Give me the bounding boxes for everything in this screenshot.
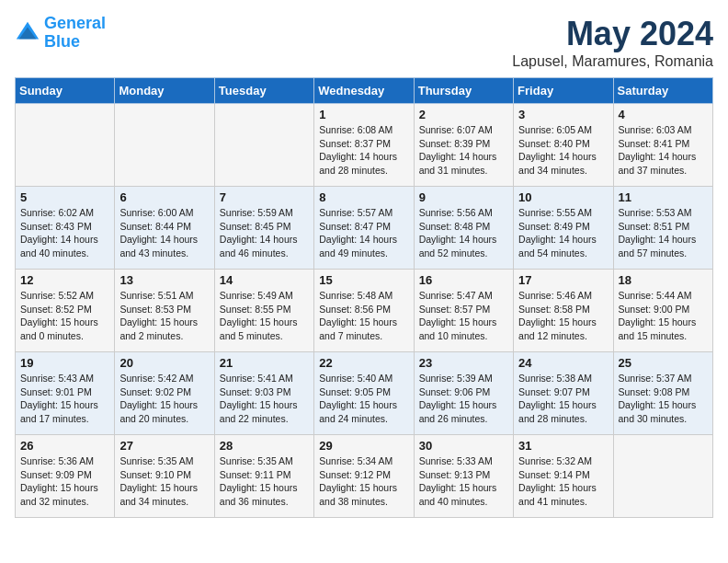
week-row-2: 5Sunrise: 6:02 AM Sunset: 8:43 PM Daylig… xyxy=(16,187,713,270)
calendar-cell: 4Sunrise: 6:03 AM Sunset: 8:41 PM Daylig… xyxy=(613,104,712,187)
day-info: Sunrise: 5:59 AM Sunset: 8:45 PM Dayligh… xyxy=(220,206,309,260)
logo-blue: Blue xyxy=(44,32,80,51)
calendar-cell: 21Sunrise: 5:41 AM Sunset: 9:03 PM Dayli… xyxy=(214,352,313,435)
day-info: Sunrise: 5:46 AM Sunset: 8:58 PM Dayligh… xyxy=(518,289,608,343)
day-info: Sunrise: 6:02 AM Sunset: 8:43 PM Dayligh… xyxy=(20,206,109,260)
week-row-4: 19Sunrise: 5:43 AM Sunset: 9:01 PM Dayli… xyxy=(16,352,713,435)
day-info: Sunrise: 6:07 AM Sunset: 8:39 PM Dayligh… xyxy=(419,123,508,178)
day-header-friday: Friday xyxy=(514,78,613,104)
day-number: 3 xyxy=(518,108,608,121)
day-info: Sunrise: 5:43 AM Sunset: 9:01 PM Dayligh… xyxy=(20,372,109,426)
day-info: Sunrise: 5:51 AM Sunset: 8:53 PM Dayligh… xyxy=(119,289,209,343)
day-number: 9 xyxy=(419,190,508,204)
day-info: Sunrise: 6:08 AM Sunset: 8:37 PM Dayligh… xyxy=(319,123,408,178)
day-number: 15 xyxy=(319,273,408,287)
day-number: 26 xyxy=(20,439,109,453)
calendar-cell: 25Sunrise: 5:37 AM Sunset: 9:08 PM Dayli… xyxy=(613,352,712,435)
day-info: Sunrise: 5:35 AM Sunset: 9:11 PM Dayligh… xyxy=(220,454,309,509)
day-number: 4 xyxy=(619,108,708,121)
day-info: Sunrise: 5:36 AM Sunset: 9:09 PM Dayligh… xyxy=(20,454,109,509)
day-number: 12 xyxy=(20,273,109,287)
logo: General Blue xyxy=(15,15,106,52)
day-info: Sunrise: 6:05 AM Sunset: 8:40 PM Dayligh… xyxy=(518,123,608,178)
day-number: 25 xyxy=(619,356,708,370)
calendar-cell: 15Sunrise: 5:48 AM Sunset: 8:56 PM Dayli… xyxy=(314,270,414,352)
week-row-3: 12Sunrise: 5:52 AM Sunset: 8:52 PM Dayli… xyxy=(16,270,713,352)
day-info: Sunrise: 5:44 AM Sunset: 9:00 PM Dayligh… xyxy=(619,289,708,343)
day-info: Sunrise: 6:03 AM Sunset: 8:41 PM Dayligh… xyxy=(619,123,708,178)
day-number: 18 xyxy=(619,273,708,287)
day-number: 31 xyxy=(518,439,608,453)
week-row-1: 1Sunrise: 6:08 AM Sunset: 8:37 PM Daylig… xyxy=(16,104,713,187)
day-number: 22 xyxy=(319,356,408,370)
day-info: Sunrise: 5:37 AM Sunset: 9:08 PM Dayligh… xyxy=(619,372,708,426)
calendar-cell: 18Sunrise: 5:44 AM Sunset: 9:00 PM Dayli… xyxy=(613,270,712,352)
day-info: Sunrise: 6:00 AM Sunset: 8:44 PM Dayligh… xyxy=(119,206,209,260)
calendar-cell: 8Sunrise: 5:57 AM Sunset: 8:47 PM Daylig… xyxy=(314,187,414,270)
calendar-cell: 24Sunrise: 5:38 AM Sunset: 9:07 PM Dayli… xyxy=(514,352,613,435)
subtitle: Lapusel, Maramures, Romania xyxy=(512,53,713,70)
logo-general: General xyxy=(44,14,106,32)
day-header-wednesday: Wednesday xyxy=(314,78,414,104)
day-info: Sunrise: 5:55 AM Sunset: 8:49 PM Dayligh… xyxy=(518,206,608,260)
day-info: Sunrise: 5:32 AM Sunset: 9:14 PM Dayligh… xyxy=(518,454,608,509)
header: General Blue May 2024 Lapusel, Maramures… xyxy=(15,15,713,70)
day-header-saturday: Saturday xyxy=(613,78,712,104)
day-info: Sunrise: 5:47 AM Sunset: 8:57 PM Dayligh… xyxy=(419,289,508,343)
day-number: 10 xyxy=(518,190,608,204)
day-header-monday: Monday xyxy=(115,78,214,104)
day-info: Sunrise: 5:52 AM Sunset: 8:52 PM Dayligh… xyxy=(20,289,109,343)
day-number: 8 xyxy=(319,190,408,204)
calendar-cell: 20Sunrise: 5:42 AM Sunset: 9:02 PM Dayli… xyxy=(115,352,214,435)
day-info: Sunrise: 5:33 AM Sunset: 9:13 PM Dayligh… xyxy=(419,454,508,509)
logo-text: General Blue xyxy=(44,15,106,52)
day-number: 1 xyxy=(319,108,408,121)
days-header-row: SundayMondayTuesdayWednesdayThursdayFrid… xyxy=(16,78,713,104)
calendar-cell xyxy=(16,104,115,187)
calendar-cell: 29Sunrise: 5:34 AM Sunset: 9:12 PM Dayli… xyxy=(314,435,414,518)
day-number: 21 xyxy=(220,356,309,370)
day-number: 24 xyxy=(518,356,608,370)
calendar-cell: 9Sunrise: 5:56 AM Sunset: 8:48 PM Daylig… xyxy=(414,187,513,270)
calendar-cell: 11Sunrise: 5:53 AM Sunset: 8:51 PM Dayli… xyxy=(613,187,712,270)
day-number: 7 xyxy=(220,190,309,204)
calendar-cell: 31Sunrise: 5:32 AM Sunset: 9:14 PM Dayli… xyxy=(514,435,613,518)
day-number: 13 xyxy=(119,273,209,287)
main-title: May 2024 xyxy=(512,15,713,53)
calendar-cell: 23Sunrise: 5:39 AM Sunset: 9:06 PM Dayli… xyxy=(414,352,513,435)
day-header-thursday: Thursday xyxy=(414,78,513,104)
week-row-5: 26Sunrise: 5:36 AM Sunset: 9:09 PM Dayli… xyxy=(16,435,713,518)
calendar-cell: 2Sunrise: 6:07 AM Sunset: 8:39 PM Daylig… xyxy=(414,104,513,187)
calendar-cell xyxy=(115,104,214,187)
day-info: Sunrise: 5:48 AM Sunset: 8:56 PM Dayligh… xyxy=(319,289,408,343)
day-number: 29 xyxy=(319,439,408,453)
day-number: 2 xyxy=(419,108,508,121)
logo-icon xyxy=(15,20,40,46)
day-number: 28 xyxy=(220,439,309,453)
calendar-cell: 16Sunrise: 5:47 AM Sunset: 8:57 PM Dayli… xyxy=(414,270,513,352)
calendar-cell: 27Sunrise: 5:35 AM Sunset: 9:10 PM Dayli… xyxy=(115,435,214,518)
calendar-cell: 17Sunrise: 5:46 AM Sunset: 8:58 PM Dayli… xyxy=(514,270,613,352)
calendar-cell: 30Sunrise: 5:33 AM Sunset: 9:13 PM Dayli… xyxy=(414,435,513,518)
day-info: Sunrise: 5:38 AM Sunset: 9:07 PM Dayligh… xyxy=(518,372,608,426)
calendar-cell: 12Sunrise: 5:52 AM Sunset: 8:52 PM Dayli… xyxy=(16,270,115,352)
day-number: 20 xyxy=(119,356,209,370)
calendar-cell: 28Sunrise: 5:35 AM Sunset: 9:11 PM Dayli… xyxy=(214,435,313,518)
title-area: May 2024 Lapusel, Maramures, Romania xyxy=(512,15,713,70)
calendar-cell xyxy=(214,104,313,187)
calendar-cell: 13Sunrise: 5:51 AM Sunset: 8:53 PM Dayli… xyxy=(115,270,214,352)
day-info: Sunrise: 5:41 AM Sunset: 9:03 PM Dayligh… xyxy=(220,372,309,426)
day-info: Sunrise: 5:49 AM Sunset: 8:55 PM Dayligh… xyxy=(220,289,309,343)
calendar-cell: 1Sunrise: 6:08 AM Sunset: 8:37 PM Daylig… xyxy=(314,104,414,187)
day-info: Sunrise: 5:39 AM Sunset: 9:06 PM Dayligh… xyxy=(419,372,508,426)
calendar-cell: 6Sunrise: 6:00 AM Sunset: 8:44 PM Daylig… xyxy=(115,187,214,270)
day-number: 19 xyxy=(20,356,109,370)
calendar-cell xyxy=(613,435,712,518)
calendar-cell: 10Sunrise: 5:55 AM Sunset: 8:49 PM Dayli… xyxy=(514,187,613,270)
calendar-cell: 7Sunrise: 5:59 AM Sunset: 8:45 PM Daylig… xyxy=(214,187,313,270)
day-number: 30 xyxy=(419,439,508,453)
day-number: 27 xyxy=(119,439,209,453)
day-number: 14 xyxy=(220,273,309,287)
calendar-cell: 26Sunrise: 5:36 AM Sunset: 9:09 PM Dayli… xyxy=(16,435,115,518)
day-info: Sunrise: 5:42 AM Sunset: 9:02 PM Dayligh… xyxy=(119,372,209,426)
